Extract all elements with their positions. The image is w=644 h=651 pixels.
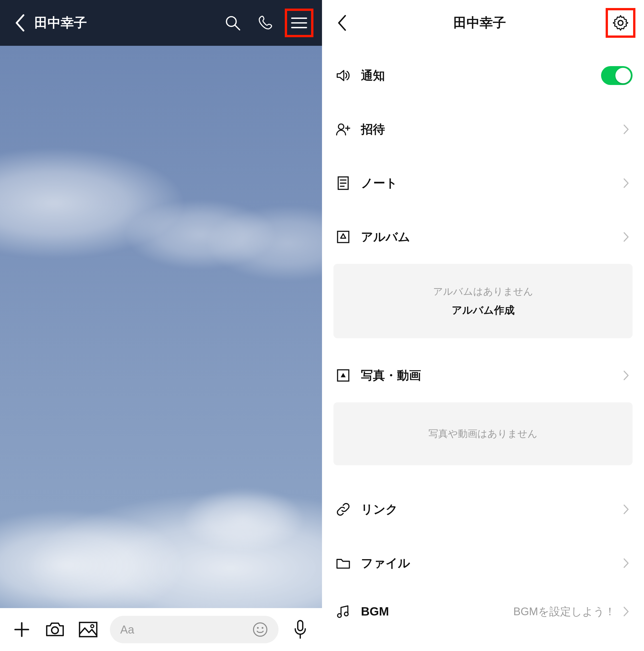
menu-title: 田中幸子	[354, 14, 606, 32]
notification-toggle[interactable]	[601, 66, 633, 85]
row-label: ノート	[361, 175, 620, 191]
menu-list: 通知 招待	[322, 46, 644, 651]
svg-point-12	[262, 627, 263, 629]
call-button[interactable]	[252, 8, 280, 37]
svg-marker-26	[341, 373, 345, 377]
plus-icon	[13, 621, 31, 639]
folder-icon	[336, 557, 350, 569]
row-photo[interactable]: 写真・動画	[322, 348, 644, 402]
row-label: アルバム	[361, 229, 620, 245]
microphone-icon	[293, 620, 307, 640]
svg-point-15	[618, 21, 623, 26]
person-add-icon	[336, 123, 350, 136]
row-note[interactable]: ノート	[322, 156, 644, 210]
chat-header: 田中幸子	[0, 0, 322, 46]
settings-button[interactable]	[606, 8, 636, 38]
chevron-right-icon	[620, 178, 633, 188]
row-label: BGM	[361, 604, 513, 618]
svg-point-27	[337, 614, 341, 618]
add-button[interactable]	[10, 618, 33, 641]
link-icon	[336, 502, 350, 517]
svg-point-11	[257, 627, 259, 629]
chevron-right-icon	[620, 124, 633, 134]
smile-icon	[252, 622, 268, 638]
menu-back-button[interactable]	[331, 15, 354, 31]
row-label: 通知	[361, 67, 601, 84]
row-album[interactable]: アルバム	[322, 210, 644, 264]
svg-line-1	[235, 25, 240, 30]
gear-icon	[612, 14, 629, 31]
menu-button[interactable]	[285, 8, 313, 37]
album-empty-box: アルバムはありません アルバム作成	[333, 264, 633, 338]
chat-menu-screen: 田中幸子 通知	[322, 0, 644, 651]
voice-button[interactable]	[289, 618, 312, 641]
svg-rect-13	[298, 621, 303, 631]
picture-icon	[79, 621, 98, 638]
phone-icon	[258, 15, 274, 31]
gallery-button[interactable]	[77, 618, 100, 641]
search-button[interactable]	[218, 8, 247, 37]
hamburger-icon	[291, 17, 307, 29]
chat-background[interactable]	[0, 46, 322, 608]
row-label: ファイル	[361, 555, 620, 571]
camera-icon	[45, 621, 65, 638]
back-button[interactable]	[8, 14, 31, 31]
emoji-button[interactable]	[252, 622, 268, 638]
album-empty-text: アルバムはありません	[433, 285, 533, 298]
message-placeholder: Aa	[120, 623, 252, 636]
chat-screen: 田中幸子	[0, 0, 322, 651]
camera-button[interactable]	[43, 618, 66, 641]
bgm-hint: BGMを設定しよう！	[513, 604, 615, 619]
message-input[interactable]: Aa	[110, 616, 278, 643]
chat-input-bar: Aa	[0, 608, 322, 651]
svg-point-16	[338, 124, 344, 129]
row-notification[interactable]: 通知	[322, 49, 644, 102]
row-bgm[interactable]: BGM BGMを設定しよう！	[322, 590, 644, 633]
row-file[interactable]: ファイル	[322, 536, 644, 590]
speaker-icon	[336, 69, 350, 82]
album-icon	[336, 230, 350, 244]
row-label: リンク	[361, 501, 620, 517]
search-icon	[224, 14, 241, 31]
album-create-button[interactable]: アルバム作成	[452, 303, 515, 317]
svg-point-7	[52, 627, 58, 634]
svg-rect-23	[337, 231, 348, 242]
menu-header: 田中幸子	[322, 0, 644, 46]
music-icon	[336, 604, 350, 619]
chevron-right-icon	[620, 232, 633, 242]
chevron-right-icon	[620, 370, 633, 380]
row-label: 写真・動画	[361, 367, 620, 383]
svg-point-28	[344, 612, 348, 616]
row-label: 招待	[361, 121, 620, 137]
chevron-right-icon	[620, 558, 633, 568]
row-invite[interactable]: 招待	[322, 102, 644, 156]
svg-point-9	[91, 625, 94, 627]
chat-title: 田中幸子	[34, 14, 218, 32]
photo-empty-box: 写真や動画はありません	[333, 402, 633, 465]
chevron-right-icon	[620, 504, 633, 515]
photo-icon	[336, 369, 350, 382]
chevron-left-icon	[337, 15, 347, 31]
photo-empty-text: 写真や動画はありません	[428, 427, 538, 440]
svg-rect-8	[80, 622, 97, 637]
chevron-right-icon	[620, 607, 633, 617]
svg-marker-24	[341, 234, 345, 238]
note-icon	[337, 176, 349, 190]
svg-point-10	[254, 623, 267, 637]
chevron-left-icon	[14, 14, 26, 31]
row-link[interactable]: リンク	[322, 483, 644, 536]
